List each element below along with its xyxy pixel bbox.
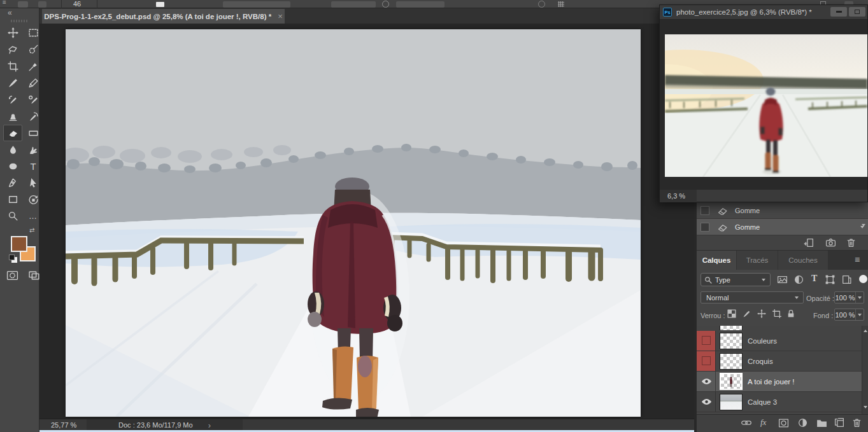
filter-toggle-icon[interactable] (859, 275, 867, 283)
history-row-selected[interactable]: Gomme (697, 219, 868, 235)
history-row[interactable]: Gomme (697, 202, 868, 219)
brush-tool[interactable] (4, 75, 21, 90)
foreground-color-swatch[interactable] (11, 236, 27, 252)
new-snapshot-button[interactable] (825, 237, 836, 248)
mode-dropdown[interactable] (223, 1, 290, 8)
floating-window[interactable]: Ps photo_exercice2,5.jpg @ 6,3% (RVB/8*)… (659, 4, 868, 202)
canvas-painting[interactable] (66, 29, 641, 417)
airbrush-icon[interactable] (558, 1, 564, 7)
history-panel-scroll-icon[interactable] (862, 224, 865, 226)
filter-shape-layers-icon[interactable] (825, 274, 836, 285)
flow-field[interactable] (396, 1, 445, 8)
layer-row-calque3[interactable]: Calque 3 (697, 392, 862, 412)
history-source-checkbox2[interactable] (701, 223, 709, 232)
new-adjustment-layer-button[interactable] (797, 417, 808, 428)
document-tab-close-icon[interactable]: × (278, 11, 283, 21)
history-brush-tool[interactable] (4, 92, 21, 107)
options-divider2 (97, 0, 97, 8)
pen-tool[interactable] (4, 175, 21, 190)
filter-type-layers-icon[interactable]: T (811, 274, 817, 284)
layer-thumbnail[interactable] (720, 333, 743, 349)
minimize-button[interactable] (830, 7, 847, 17)
visibility-box-red2[interactable] (697, 351, 716, 371)
floating-window-titlebar[interactable]: Ps photo_exercice2,5.jpg @ 6,3% (RVB/8*)… (660, 5, 867, 20)
toolbox-collapse-button[interactable]: « (8, 8, 12, 17)
maximize-button[interactable] (849, 7, 865, 17)
toolbox-grip[interactable] (11, 20, 29, 22)
sponge-tool[interactable] (4, 158, 21, 174)
swap-colors-button[interactable]: ⇄ (29, 226, 34, 233)
right-dock: Gomme Gomme Calques Tracés Couches ≡ (696, 202, 868, 432)
quick-mask-button[interactable] (4, 268, 20, 283)
rectangle-tool[interactable] (4, 192, 21, 207)
visibility-box-red[interactable] (697, 331, 716, 351)
fill-chevron[interactable] (855, 309, 864, 320)
layer-name[interactable]: Couleurs (748, 337, 777, 345)
new-layer-button[interactable] (834, 417, 845, 428)
opacity-chevron[interactable] (855, 292, 864, 303)
history-source-checkbox[interactable] (701, 206, 709, 215)
fill-value-box[interactable]: 100 % (834, 309, 864, 321)
brush-size-value[interactable]: 46 (73, 0, 81, 8)
add-layer-mask-button[interactable] (778, 418, 789, 428)
status-doc-field[interactable]: Doc : 23,6 Mo/117,9 Mo › (87, 419, 243, 431)
options-menu-icon[interactable]: ≡ (3, 0, 6, 6)
floating-zoom-field[interactable]: 6,3 % (660, 190, 697, 202)
lock-artboard-icon[interactable] (772, 309, 781, 318)
layer-row-croquis[interactable]: Croquis (697, 351, 862, 372)
move-tool[interactable] (4, 25, 21, 40)
layer-row-a-toi-de-jouer[interactable]: A toi de jouer ! (697, 372, 862, 392)
layer-name4[interactable]: Calque 3 (748, 398, 777, 406)
layer-thumbnail2[interactable] (720, 353, 743, 370)
tab-calques[interactable]: Calques (697, 251, 736, 270)
opacity-value-box[interactable]: 100 % (834, 291, 864, 303)
crop-tool[interactable] (4, 59, 21, 74)
layer-style-button[interactable]: fx (760, 417, 766, 428)
tab-couches[interactable]: Couches (778, 251, 828, 270)
eye-icon2 (701, 398, 712, 405)
filter-smart-objects-icon[interactable] (841, 274, 852, 285)
reference-photo[interactable] (665, 34, 867, 177)
layers-filter-dropdown[interactable]: Type (701, 273, 771, 286)
blur-tool[interactable] (4, 142, 21, 157)
lock-all-icon[interactable] (786, 309, 795, 318)
layer-name3[interactable]: A toi de jouer ! (748, 378, 795, 386)
lock-position-icon[interactable] (757, 309, 766, 318)
default-colors-icon[interactable] (9, 254, 18, 263)
search-icon (704, 276, 712, 284)
status-zoom-field[interactable]: 25,77 % (51, 421, 76, 429)
lock-transparency-icon[interactable] (727, 309, 736, 318)
smoothing-icon[interactable] (538, 1, 545, 8)
tab-traces[interactable]: Tracés (737, 251, 778, 270)
clone-stamp-tool[interactable] (4, 109, 21, 124)
layer-name2[interactable]: Croquis (748, 358, 773, 365)
brush-preview-icon[interactable] (38, 1, 46, 8)
layer-thumbnail-selected[interactable] (720, 373, 743, 390)
document-tab[interactable]: DPS-Prog-1-1-ex2,5_debut.psd @ 25,8% (A … (42, 9, 285, 24)
brush-sample-icon[interactable] (156, 2, 164, 7)
blend-mode-dropdown[interactable]: Normal (701, 291, 804, 303)
delete-layer-button[interactable] (851, 417, 862, 428)
history-delete-button[interactable] (846, 237, 857, 248)
opacity-field[interactable] (331, 1, 376, 8)
visibility-box-eye[interactable] (697, 372, 716, 391)
scroll-up-icon[interactable] (864, 330, 867, 332)
new-group-button[interactable] (816, 418, 827, 428)
new-document-from-state-button[interactable] (804, 237, 815, 248)
layer-list-scrollbar[interactable] (862, 326, 868, 414)
layer-thumbnail-scene[interactable] (720, 394, 743, 410)
visibility-box-eye2[interactable] (697, 392, 716, 412)
lock-image-icon[interactable] (743, 309, 751, 318)
eraser-tool[interactable] (4, 125, 21, 141)
status-doc-chevron[interactable]: › (208, 421, 211, 430)
layer-row-couleurs[interactable]: Couleurs (697, 331, 862, 351)
zoom-tool[interactable] (4, 208, 21, 223)
lasso-tool[interactable] (4, 41, 21, 57)
link-layers-button[interactable] (741, 419, 751, 426)
layers-panel-menu-icon[interactable]: ≡ (855, 254, 860, 265)
pressure-toggle-icon[interactable] (382, 1, 389, 8)
filter-adjustment-layers-icon[interactable] (793, 274, 804, 285)
filter-pixel-layers-icon[interactable] (777, 274, 788, 285)
tool-preset-icon[interactable] (18, 1, 28, 8)
scroll-down-icon[interactable] (864, 406, 867, 408)
